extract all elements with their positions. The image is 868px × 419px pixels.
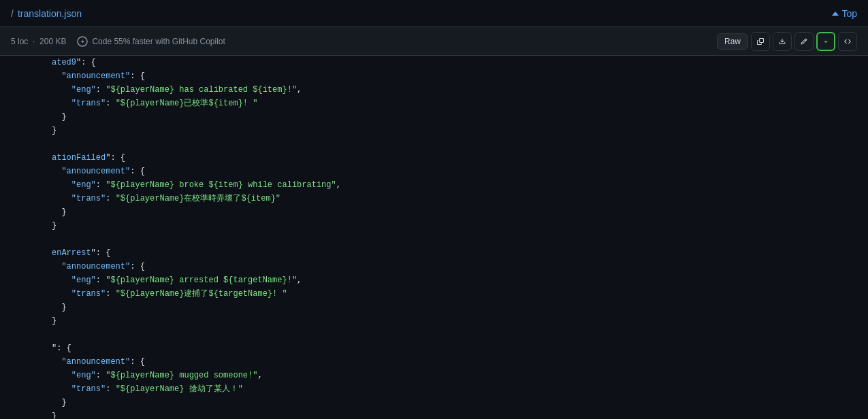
line-number xyxy=(0,369,41,382)
line-content: "eng": "${playerName} mugged someone!", xyxy=(41,369,274,382)
more-options-dropdown[interactable] xyxy=(816,32,835,51)
line-content: } xyxy=(41,314,67,328)
code-line: ated9": { xyxy=(0,56,868,69)
slash-separator: / xyxy=(11,8,14,19)
download-icon xyxy=(779,37,786,46)
line-content: ": { xyxy=(41,341,82,355)
code-line: "trans": "${playerName}已校準${item}! " xyxy=(0,97,868,110)
line-content: "trans": "${playerName}已校準${item}! " xyxy=(41,97,268,110)
line-content: "announcement": { xyxy=(41,355,156,369)
line-number xyxy=(0,165,41,178)
breadcrumb: / translation.json xyxy=(11,8,82,19)
code-line: } xyxy=(0,314,868,328)
code-line: "trans": "${playerName} 搶劫了某人！" xyxy=(0,382,868,396)
line-content xyxy=(41,328,63,341)
download-button[interactable] xyxy=(773,32,792,51)
svg-text:✦: ✦ xyxy=(80,39,85,45)
line-content: "trans": "${playerName}逮捕了${targetName}!… xyxy=(41,287,298,301)
line-number xyxy=(0,328,41,341)
code-line: enArrest": { xyxy=(0,246,868,260)
code-line: } xyxy=(0,124,868,137)
code-line: "eng": "${playerName} broke ${item} whil… xyxy=(0,178,868,192)
line-number xyxy=(0,124,41,137)
copilot-badge[interactable]: ✦ Code 55% faster with GitHub Copilot xyxy=(77,36,225,47)
line-content: } xyxy=(41,396,78,409)
line-content xyxy=(41,233,63,246)
line-number xyxy=(0,178,41,192)
code-line: "eng": "${playerName} has calibrated ${i… xyxy=(0,83,868,97)
line-number xyxy=(0,69,41,83)
line-content: } xyxy=(41,205,78,219)
code-line: "announcement": { xyxy=(0,260,868,273)
code-line xyxy=(0,137,868,151)
code-line: "announcement": { xyxy=(0,165,868,178)
line-content: "trans": "${playerName} 搶劫了某人！" xyxy=(41,382,254,396)
line-content: } xyxy=(41,110,78,124)
code-line: } xyxy=(0,396,868,409)
line-number xyxy=(0,301,41,314)
line-number xyxy=(0,341,41,355)
line-number xyxy=(0,137,41,151)
line-number xyxy=(0,287,41,301)
line-number xyxy=(0,97,41,110)
code-line xyxy=(0,328,868,341)
code-line: } xyxy=(0,205,868,219)
line-number xyxy=(0,260,41,273)
line-number xyxy=(0,409,41,419)
line-content: "eng": "${playerName} broke ${item} whil… xyxy=(41,178,352,192)
line-number xyxy=(0,355,41,369)
code-line: "announcement": { xyxy=(0,355,868,369)
file-header: 5 loc · 200 KB ✦ Code 55% faster with Gi… xyxy=(0,27,868,56)
pencil-icon xyxy=(801,37,807,46)
line-number xyxy=(0,382,41,396)
line-number xyxy=(0,151,41,165)
line-content: "announcement": { xyxy=(41,260,156,273)
code-line: ationFailed": { xyxy=(0,151,868,165)
code-line: } xyxy=(0,110,868,124)
line-number xyxy=(0,273,41,287)
file-meta: 5 loc · 200 KB ✦ Code 55% faster with Gi… xyxy=(11,36,225,47)
line-content: "announcement": { xyxy=(41,69,156,83)
line-content xyxy=(41,137,63,151)
line-number xyxy=(0,56,41,69)
line-content: ationFailed": { xyxy=(41,151,136,165)
line-content: "eng": "${playerName} has calibrated ${i… xyxy=(41,83,312,97)
code-line: "trans": "${playerName}在校準時弄壞了${item}" xyxy=(0,192,868,205)
line-number xyxy=(0,205,41,219)
line-content: "eng": "${playerName} arrested ${targetN… xyxy=(41,273,312,287)
code-line: } xyxy=(0,301,868,314)
code-view-button[interactable] xyxy=(838,32,857,51)
copy-button[interactable] xyxy=(751,32,770,51)
line-number xyxy=(0,192,41,205)
line-content: enArrest": { xyxy=(41,246,121,260)
line-content: "announcement": { xyxy=(41,165,156,178)
line-number xyxy=(0,219,41,233)
code-line: } xyxy=(0,219,868,233)
copilot-icon: ✦ xyxy=(77,36,88,47)
code-line: "eng": "${playerName} arrested ${targetN… xyxy=(0,273,868,287)
code-icon xyxy=(844,37,851,46)
line-content: } xyxy=(41,301,78,314)
raw-button[interactable]: Raw xyxy=(717,33,748,50)
edit-button[interactable] xyxy=(794,32,814,51)
code-line xyxy=(0,233,868,246)
code-line: ": { xyxy=(0,341,868,355)
code-line: } xyxy=(0,409,868,419)
line-content: } xyxy=(41,409,67,419)
code-line: "announcement": { xyxy=(0,69,868,83)
top-bar: / translation.json Top xyxy=(0,0,868,27)
line-content: } xyxy=(41,219,67,233)
line-number xyxy=(0,246,41,260)
line-content: ated9": { xyxy=(41,56,107,69)
file-loc: 5 loc · 200 KB xyxy=(11,37,66,46)
code-container: ated9": { "announcement": { "eng": "${pl… xyxy=(0,56,868,419)
line-number xyxy=(0,83,41,97)
line-number xyxy=(0,233,41,246)
line-content: } xyxy=(41,124,67,137)
top-label: Top xyxy=(841,8,857,19)
line-content: "trans": "${playerName}在校準時弄壞了${item}" xyxy=(41,192,291,205)
code-line: "eng": "${playerName} mugged someone!", xyxy=(0,369,868,382)
chevron-down-icon xyxy=(822,37,830,46)
top-link[interactable]: Top xyxy=(832,8,857,19)
copy-icon xyxy=(757,37,764,46)
